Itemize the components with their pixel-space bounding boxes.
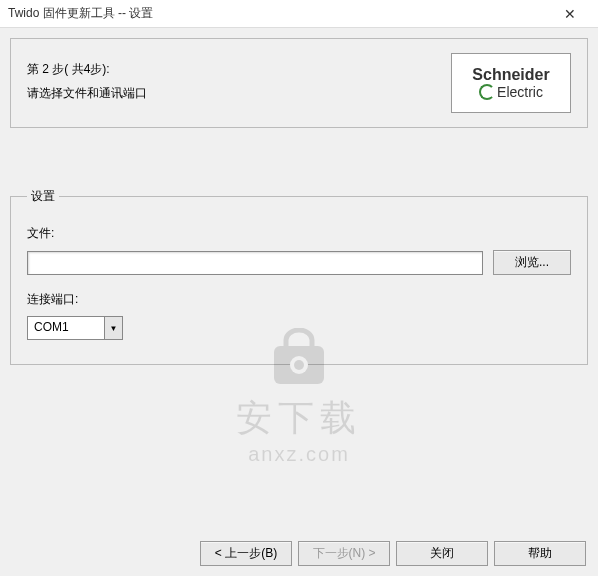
chevron-down-icon[interactable]: ▼: [104, 317, 122, 339]
file-input[interactable]: [27, 251, 483, 275]
close-icon[interactable]: ✕: [550, 0, 590, 28]
step-instruction: 请选择文件和通讯端口: [27, 81, 451, 105]
close-button[interactable]: 关闭: [396, 541, 488, 566]
next-button: 下一步(N) >: [298, 541, 390, 566]
watermark-text1: 安下载: [236, 394, 362, 443]
logo-line1: Schneider: [472, 66, 549, 84]
schneider-logo: Schneider Electric: [451, 53, 571, 113]
port-value: COM1: [28, 317, 104, 339]
file-label: 文件:: [27, 225, 571, 242]
logo-line2: Electric: [497, 84, 543, 100]
help-button[interactable]: 帮助: [494, 541, 586, 566]
back-button[interactable]: < 上一步(B): [200, 541, 292, 566]
settings-legend: 设置: [27, 188, 59, 205]
step-line: 第 2 步( 共4步):: [27, 57, 451, 81]
footer-buttons: < 上一步(B) 下一步(N) > 关闭 帮助: [200, 541, 586, 566]
settings-group: 设置 文件: 浏览... 连接端口: COM1 ▼: [10, 188, 588, 365]
titlebar: Twido 固件更新工具 -- 设置 ✕: [0, 0, 598, 28]
step-panel: 第 2 步( 共4步): 请选择文件和通讯端口 Schneider Electr…: [10, 38, 588, 128]
dialog-body: 第 2 步( 共4步): 请选择文件和通讯端口 Schneider Electr…: [0, 28, 598, 576]
window-title: Twido 固件更新工具 -- 设置: [8, 5, 550, 22]
swirl-icon: [479, 84, 495, 100]
port-label: 连接端口:: [27, 291, 571, 308]
port-select[interactable]: COM1 ▼: [27, 316, 123, 340]
watermark-text2: anxz.com: [236, 443, 362, 466]
browse-button[interactable]: 浏览...: [493, 250, 571, 275]
step-text: 第 2 步( 共4步): 请选择文件和通讯端口: [27, 53, 451, 113]
